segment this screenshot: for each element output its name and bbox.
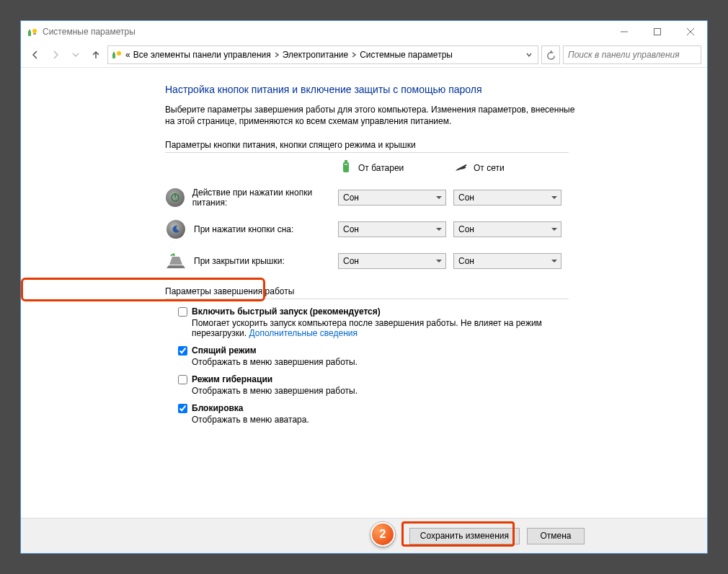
svg-rect-0: [28, 31, 31, 36]
column-plugged: От сети: [453, 159, 569, 177]
sleep-desc: Отображать в меню завершения работы.: [192, 357, 569, 367]
search-box[interactable]: [563, 45, 701, 64]
lid-plugged-select[interactable]: Сон: [453, 253, 561, 269]
maximize-button[interactable]: [641, 21, 674, 43]
sleep-checkbox[interactable]: [178, 346, 187, 356]
close-button[interactable]: [674, 21, 707, 43]
window: Системные параметры « Все элементы панел…: [20, 20, 708, 554]
refresh-button[interactable]: [541, 45, 560, 64]
hibernate-desc: Отображать в меню завершения работы.: [192, 386, 569, 396]
history-dropdown[interactable]: [67, 46, 84, 63]
breadcrumb-lead: «: [125, 50, 130, 60]
up-button[interactable]: [87, 46, 105, 63]
section-header-shutdown: Параметры завершения работы: [165, 286, 569, 299]
breadcrumb-bar[interactable]: « Все элементы панели управления Электро…: [107, 45, 538, 64]
annotation-badge-2: 2: [370, 522, 395, 547]
checkbox-row-sleep: Спящий режим Отображать в меню завершени…: [178, 345, 569, 367]
more-info-link[interactable]: Дополнительные сведения: [249, 328, 357, 338]
svg-rect-1: [29, 30, 30, 31]
address-bar: « Все элементы панели управления Электро…: [21, 43, 707, 67]
checkbox-row-fast-startup: Включить быстрый запуск (рекомендуется) …: [178, 306, 569, 338]
sleep-button-plugged-select[interactable]: Сон: [453, 221, 561, 237]
fast-startup-desc: Помогает ускорить запуск компьютера посл…: [192, 318, 569, 338]
plug-icon: [453, 159, 469, 177]
bottom-bar: 2 Сохранить изменения Отмена: [21, 518, 707, 553]
fast-startup-checkbox[interactable]: [178, 307, 187, 317]
page-title: Настройка кнопок питания и включение защ…: [165, 84, 667, 95]
row-sleep-button: При нажатии кнопки сна:: [165, 218, 338, 240]
laptop-lid-icon: [165, 252, 187, 270]
window-title: Системные параметры: [43, 27, 136, 37]
section-header-buttons: Параметры кнопки питания, кнопки спящего…: [165, 140, 569, 153]
chevron-right-icon: [274, 50, 280, 60]
lock-desc: Отображать в меню аватара.: [192, 415, 569, 425]
hibernate-label: Режим гибернации: [192, 374, 272, 384]
svg-rect-4: [654, 29, 661, 35]
lock-label: Блокировка: [192, 403, 244, 413]
cancel-button[interactable]: Отмена: [527, 528, 585, 544]
column-battery: От батареи: [338, 159, 453, 177]
page-description: Выберите параметры завершения работы для…: [165, 104, 576, 127]
svg-point-2: [32, 29, 37, 33]
svg-point-9: [117, 51, 121, 56]
svg-rect-11: [345, 160, 347, 162]
breadcrumb-root[interactable]: Все элементы панели управления: [133, 50, 271, 60]
power-icon: [166, 188, 185, 207]
battery-icon: [338, 159, 354, 177]
breadcrumb-leaf[interactable]: Системные параметры: [360, 50, 453, 60]
moon-icon: [167, 220, 185, 239]
lid-battery-select[interactable]: Сон: [338, 253, 446, 269]
power-button-battery-select[interactable]: Сон: [338, 190, 446, 206]
lock-checkbox[interactable]: [178, 404, 187, 413]
app-icon: [27, 26, 38, 37]
save-button[interactable]: Сохранить изменения: [409, 528, 520, 544]
chevron-right-icon: [351, 50, 357, 60]
fast-startup-label: Включить быстрый запуск (рекомендуется): [192, 306, 381, 317]
forward-button[interactable]: [47, 46, 64, 63]
search-input[interactable]: [564, 50, 701, 60]
power-button-plugged-select[interactable]: Сон: [453, 190, 561, 206]
shutdown-section: Параметры завершения работы Включить быс…: [165, 286, 569, 425]
address-dropdown[interactable]: [523, 52, 535, 58]
sleep-button-battery-select[interactable]: Сон: [338, 221, 446, 237]
svg-rect-12: [345, 164, 347, 165]
content-area: Настройка кнопок питания и включение защ…: [21, 68, 707, 522]
svg-rect-8: [113, 52, 115, 53]
checkbox-row-lock: Блокировка Отображать в меню аватара.: [178, 403, 569, 425]
back-button[interactable]: [27, 46, 44, 63]
checkbox-row-hibernate: Режим гибернации Отображать в меню завер…: [178, 374, 569, 396]
title-bar: Системные параметры: [21, 21, 707, 43]
row-power-button: Действие при нажатии кнопки питания:: [165, 187, 338, 208]
breadcrumb-icon: [111, 48, 123, 62]
sleep-label: Спящий режим: [192, 345, 257, 356]
row-lid-close: При закрытии крышки:: [165, 250, 338, 272]
minimize-button[interactable]: [608, 21, 641, 43]
hibernate-checkbox[interactable]: [178, 375, 187, 384]
power-matrix: От батареи От сети Действие при нажатии …: [165, 159, 569, 272]
breadcrumb-mid[interactable]: Электропитание: [283, 50, 348, 60]
svg-rect-7: [112, 53, 115, 58]
